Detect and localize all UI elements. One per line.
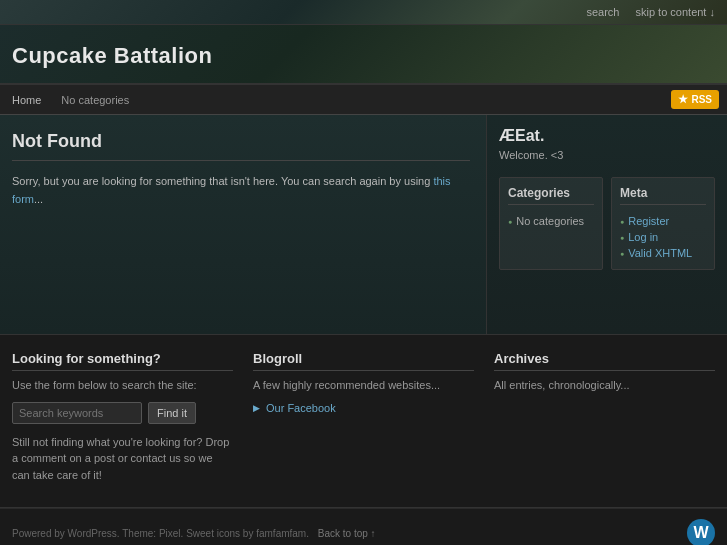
main-wrapper: Not Found Sorry, but you are looking for… bbox=[0, 115, 727, 335]
powered-text: Powered by WordPress. Theme: Pixel. Swee… bbox=[12, 528, 309, 539]
categories-list: No categories bbox=[508, 213, 594, 229]
blogroll-widget: Blogroll A few highly recommended websit… bbox=[253, 351, 474, 491]
blogroll-text: A few highly recommended websites... bbox=[253, 377, 474, 394]
rss-label: RSS bbox=[691, 94, 712, 105]
skip-to-content-link[interactable]: skip to content ↓ bbox=[636, 6, 716, 18]
looking-widget: Looking for something? Use the form belo… bbox=[12, 351, 233, 491]
not-found-text-1: Sorry, but you are looking for something… bbox=[12, 175, 433, 187]
categories-box: Categories No categories bbox=[499, 177, 603, 270]
blogroll-title: Blogroll bbox=[253, 351, 474, 371]
not-found-title: Not Found bbox=[12, 131, 470, 161]
footer: Powered by WordPress. Theme: Pixel. Swee… bbox=[0, 508, 727, 545]
search-form: Find it bbox=[12, 402, 233, 424]
not-found-text-2: ... bbox=[34, 193, 43, 205]
categories-title: Categories bbox=[508, 186, 594, 205]
wordpress-icon: W bbox=[687, 519, 715, 545]
sidebar: ÆEat. Welcome. <3 Categories No categori… bbox=[487, 115, 727, 334]
nav-bar-left: Home No categories bbox=[8, 88, 133, 112]
search-link[interactable]: search bbox=[586, 6, 619, 18]
footer-text: Powered by WordPress. Theme: Pixel. Swee… bbox=[12, 528, 376, 539]
blogroll-link[interactable]: Our Facebook bbox=[253, 402, 474, 414]
top-bar: search skip to content ↓ bbox=[0, 0, 727, 25]
rss-icon: ★ bbox=[678, 93, 688, 106]
meta-title: Meta bbox=[620, 186, 706, 205]
looking-title: Looking for something? bbox=[12, 351, 233, 371]
nav-categories: No categories bbox=[57, 88, 133, 112]
meta-list: Register Log in Valid XHTML bbox=[620, 213, 706, 261]
site-header: Cupcake Battalion bbox=[0, 25, 727, 85]
meta-login[interactable]: Log in bbox=[620, 229, 706, 245]
meta-register[interactable]: Register bbox=[620, 213, 706, 229]
site-title: Cupcake Battalion bbox=[12, 43, 715, 69]
sidebar-widget-text: Welcome. <3 bbox=[499, 149, 715, 161]
archives-widget: Archives All entries, chronologically... bbox=[494, 351, 715, 491]
not-found-text: Sorry, but you are looking for something… bbox=[12, 173, 470, 208]
nav-bar: Home No categories ★ RSS bbox=[0, 85, 727, 115]
rss-badge[interactable]: ★ RSS bbox=[671, 90, 719, 109]
looking-text: Use the form below to search the site: bbox=[12, 377, 233, 394]
back-to-top-link[interactable]: Back to top ↑ bbox=[318, 528, 376, 539]
looking-extra: Still not finding what you're looking fo… bbox=[12, 434, 233, 484]
nav-home[interactable]: Home bbox=[8, 88, 45, 112]
sidebar-bottom: Categories No categories Meta Register L… bbox=[499, 177, 715, 270]
meta-box: Meta Register Log in Valid XHTML bbox=[611, 177, 715, 270]
archives-text: All entries, chronologically... bbox=[494, 377, 715, 394]
sidebar-widget-title: ÆEat. bbox=[499, 127, 715, 145]
footer-widgets: Looking for something? Use the form belo… bbox=[0, 335, 727, 508]
search-button[interactable]: Find it bbox=[148, 402, 196, 424]
search-input[interactable] bbox=[12, 402, 142, 424]
meta-xhtml[interactable]: Valid XHTML bbox=[620, 245, 706, 261]
content-area: Not Found Sorry, but you are looking for… bbox=[0, 115, 487, 334]
category-item: No categories bbox=[508, 213, 594, 229]
archives-title: Archives bbox=[494, 351, 715, 371]
our-facebook-link[interactable]: Our Facebook bbox=[266, 402, 336, 414]
